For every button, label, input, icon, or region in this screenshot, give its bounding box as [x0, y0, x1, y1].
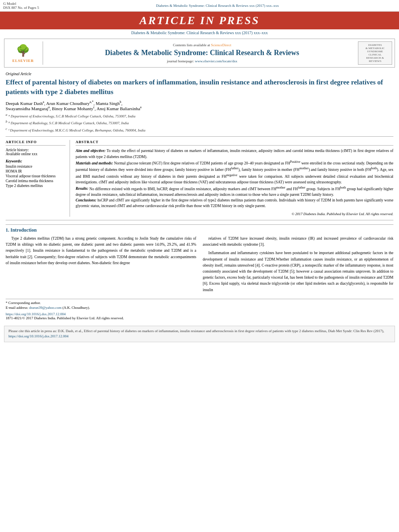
citation-text: Please cite this article in press as: D.…	[8, 329, 384, 333]
journal-info-center: Contents lists available at ScienceDirec…	[46, 41, 358, 65]
intro-col-right: relatives of T2DM have increased obesity…	[203, 236, 393, 296]
journal-link-bar: Diabetes & Metabolic Syndrome: Clinical …	[0, 29, 399, 36]
journal-header: 🌳 ELSEVIER Contents lists available at S…	[4, 39, 395, 68]
copyright: © 2017 Diabetes India. Published by Else…	[76, 212, 393, 217]
citation-bar: Please cite this article in press as: D.…	[4, 326, 395, 342]
contents-line: Contents lists available at ScienceDirec…	[46, 43, 358, 47]
intro-col-left: Type 2 diabetes mellitus (T2DM) has a st…	[6, 236, 196, 296]
keyword-2: HOMA IR	[6, 169, 66, 173]
keywords-section: Keywords: Insulin resistance HOMA IR Vis…	[6, 159, 66, 188]
journal-logo: 🌳 ELSEVIER	[7, 41, 43, 65]
email-link[interactable]: drarun39@yahoo.com	[29, 306, 62, 310]
footnote-star: * Corresponding author.	[6, 301, 393, 305]
intro-col1-p1: Type 2 diabetes mellitus (T2DM) has a st…	[6, 236, 196, 266]
keywords-title: Keywords:	[6, 159, 66, 163]
conclusions-text: hsCRP and cIMT are significantly higher …	[76, 198, 393, 208]
article-info-abstract-section: Article Info Article history: Available …	[6, 136, 393, 220]
doi-link[interactable]: https://doi.org/10.1016/j.dsx.2017.12.00…	[6, 312, 66, 316]
homepage-url[interactable]: www.elsevier.com/locate/dsx	[195, 59, 237, 63]
footnote-email: E-mail address: drarun39@yahoo.com (A.K.…	[6, 306, 393, 310]
methods-text: Normal glucose tolerant (NGT) first degr…	[76, 161, 393, 184]
intro-col2-p1: relatives of T2DM have increased obesity…	[203, 236, 393, 248]
article-info-column: Article Info Article history: Available …	[6, 140, 70, 217]
abstract-title: Abstract	[76, 140, 393, 146]
keyword-1: Insulin resistance	[6, 164, 66, 168]
journal-citation-link: Diabetes & Metabolic Syndrome: Clinical …	[39, 4, 396, 8]
doi-section: https://doi.org/10.1016/j.dsx.2017.12.00…	[6, 312, 393, 320]
methods-label: Materials and methods:	[76, 161, 113, 165]
keyword-5: Type 2 diabetes mellitus	[6, 184, 66, 188]
abstract-text: Aim and objective: To study the effect o…	[76, 148, 393, 217]
aim-text: To study the effect of parental history …	[76, 149, 393, 158]
g-model-label: G Model DSX 887 No. of Pages 5	[3, 2, 39, 10]
journal-title: Diabetes & Metabolic Syndrome: Clinical …	[46, 48, 358, 58]
keyword-4: Carotid intima media thickness	[6, 179, 66, 183]
main-content: Original Article Effect of parental hist…	[0, 70, 399, 322]
affiliations: a ᵃ Department of Endocrinology, S.C.B M…	[6, 113, 393, 134]
tree-icon: 🌳	[16, 44, 30, 57]
citation-doi-link[interactable]: https://doi.org/10.1016/j.dsx.2017.12.00…	[8, 334, 68, 338]
top-banner: G Model DSX 887 No. of Pages 5 Diabetes …	[0, 0, 399, 12]
introduction-text: Type 2 diabetes mellitus (T2DM) has a st…	[6, 236, 393, 296]
affiliation-c: c ᶜ Department of Endocrinology, M.K.C.G…	[6, 127, 393, 134]
abstract-column: Abstract Aim and objective: To study the…	[76, 140, 393, 217]
article-info-title: Article Info	[6, 140, 66, 146]
sciencedirect-link[interactable]: ScienceDirect	[211, 43, 231, 47]
footnotes: * Corresponding author. E-mail address: …	[6, 299, 393, 310]
introduction-header: 1. Introduction	[6, 227, 393, 233]
journal-thumbnail: DIABETES& METABOLICSYNDROMECLINICALRESEA…	[358, 41, 392, 65]
elsevier-label: ELSEVIER	[12, 59, 34, 63]
conclusions-label: Conclusions:	[76, 198, 97, 202]
journal-homepage: journal homepage: www.elsevier.com/locat…	[46, 59, 358, 63]
section-divider	[6, 224, 393, 225]
affiliation-b: b ᵇ Department of Radiology, S.C.B Medic…	[6, 119, 393, 126]
article-in-press-banner: ARTICLE IN PRESS	[0, 12, 399, 29]
results-text: No difference existed with regards to BM…	[76, 187, 393, 197]
article-history: Article history: Available online xxx	[6, 148, 66, 156]
intro-col2-p2: Inflammation and inflammatory cytokines …	[203, 250, 393, 293]
article-title: Effect of parental history of diabetes o…	[6, 78, 393, 97]
keyword-3: Visceral adipose tissue thickness	[6, 174, 66, 178]
affiliation-a: a ᵃ Department of Endocrinology, S.C.B M…	[6, 113, 393, 119]
issn-line: 1871-4021/© 2017 Diabetes India. Publish…	[6, 316, 124, 320]
authors-line: Deepak Kumar Dasha, Arun Kumar Choudhury…	[6, 100, 393, 111]
results-label: Results:	[76, 187, 88, 191]
article-type: Original Article	[6, 72, 393, 76]
aim-label: Aim and objective:	[76, 149, 105, 153]
